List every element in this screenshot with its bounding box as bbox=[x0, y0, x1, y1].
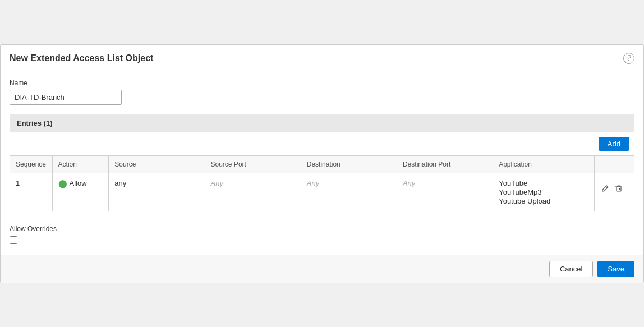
col-sequence: Sequence bbox=[10, 155, 53, 173]
name-input[interactable] bbox=[10, 90, 122, 105]
entries-header: Entries (1) bbox=[10, 114, 634, 132]
add-bar: Add bbox=[10, 132, 634, 155]
cell-destination-port: Any bbox=[397, 173, 493, 211]
col-destination: Destination bbox=[301, 155, 397, 173]
cell-application: YouTube YouTubeMp3 Youtube Upload bbox=[493, 173, 595, 211]
table-body: 1 ⬤ Allow any Any Any Any bbox=[10, 173, 634, 211]
action-label: Allow bbox=[70, 179, 87, 187]
modal-title: New Extended Access List Object bbox=[10, 53, 153, 63]
edit-row-button[interactable] bbox=[600, 183, 610, 195]
allow-icon: ⬤ bbox=[58, 179, 67, 188]
modal-header: New Extended Access List Object ? bbox=[1, 45, 643, 70]
cancel-button[interactable]: Cancel bbox=[549, 261, 593, 277]
help-icon[interactable]: ? bbox=[623, 53, 634, 64]
table-header: Sequence Action Source Source Port Desti… bbox=[10, 155, 634, 173]
allow-overrides-section: Allow Overrides bbox=[10, 225, 634, 246]
col-action: Action bbox=[52, 155, 109, 173]
cell-destination: Any bbox=[301, 173, 397, 211]
entries-section: Entries (1) Add Sequence Action Source S… bbox=[10, 114, 634, 211]
col-application: Application bbox=[493, 155, 595, 173]
modal-container: New Extended Access List Object ? Name E… bbox=[0, 44, 644, 283]
cell-action: ⬤ Allow bbox=[52, 173, 109, 211]
cell-source: any bbox=[109, 173, 205, 211]
col-destination-port: Destination Port bbox=[397, 155, 493, 173]
name-label: Name bbox=[10, 79, 634, 87]
delete-row-button[interactable] bbox=[614, 183, 624, 195]
table-row: 1 ⬤ Allow any Any Any Any bbox=[10, 173, 634, 211]
add-button[interactable]: Add bbox=[599, 137, 629, 151]
cell-sequence: 1 bbox=[10, 173, 53, 211]
allow-overrides-checkbox[interactable] bbox=[10, 236, 17, 244]
col-source: Source bbox=[109, 155, 205, 173]
col-source-port: Source Port bbox=[205, 155, 301, 173]
modal-footer: Cancel Save bbox=[1, 255, 643, 283]
app-item: Youtube Upload bbox=[499, 197, 588, 205]
app-item: YouTube bbox=[499, 179, 588, 187]
app-item: YouTubeMp3 bbox=[499, 188, 588, 196]
svg-rect-0 bbox=[617, 187, 621, 191]
modal-body: Name Entries (1) Add Sequence Action Sou… bbox=[1, 70, 643, 255]
cell-source-port: Any bbox=[205, 173, 301, 211]
col-controls bbox=[595, 155, 634, 173]
save-button[interactable]: Save bbox=[597, 261, 634, 277]
cell-row-actions bbox=[595, 173, 634, 211]
entries-table: Sequence Action Source Source Port Desti… bbox=[10, 155, 634, 211]
allow-overrides-label: Allow Overrides bbox=[10, 225, 634, 233]
